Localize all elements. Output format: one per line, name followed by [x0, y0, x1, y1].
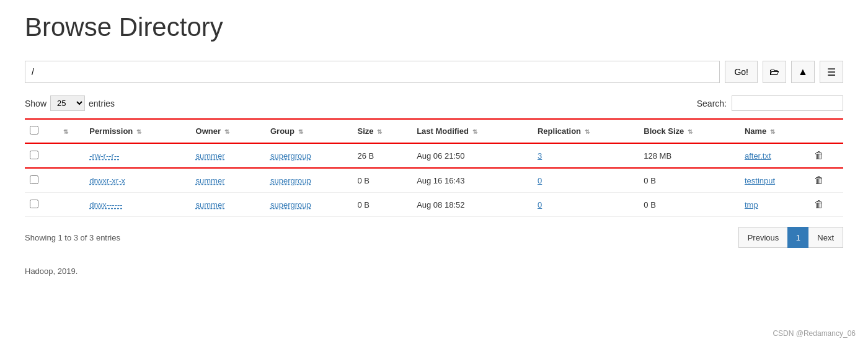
controls-row: Show 10 25 50 100 entries Search:	[25, 95, 843, 111]
folder-icon: 🗁	[769, 66, 779, 77]
upload-button[interactable]: ▲	[791, 61, 815, 83]
delete-button[interactable]: 🗑	[814, 175, 824, 185]
show-entries: Show 10 25 50 100 entries	[25, 95, 115, 111]
permission-link[interactable]: drwx------	[89, 200, 122, 209]
row-checkbox[interactable]	[30, 200, 38, 208]
owner-link[interactable]: summer	[196, 176, 225, 185]
col-block-size[interactable]: Block Size ⇅	[639, 119, 740, 143]
entries-select[interactable]: 10 25 50 100	[50, 95, 85, 111]
entries-label: entries	[89, 99, 115, 108]
pagination: Previous 1 Next	[738, 227, 843, 248]
size-cell: 0 B	[353, 193, 412, 217]
footer-credit: Hadoop, 2019.	[25, 267, 843, 276]
owner-link[interactable]: summer	[196, 151, 225, 161]
col-last-modified[interactable]: Last Modified ⇅	[412, 119, 533, 143]
col-checkbox	[25, 119, 57, 143]
table-header-row: ⇅ Permission ⇅ Owner ⇅ Group ⇅ Size ⇅ La…	[25, 119, 843, 143]
permission-link[interactable]: -rw-r--r--	[89, 151, 119, 161]
block-size-cell: 128 MB	[639, 143, 740, 168]
col-owner[interactable]: Owner ⇅	[191, 119, 265, 143]
toolbar: Go! 🗁 ▲ ☰	[25, 61, 843, 83]
current-page[interactable]: 1	[787, 227, 808, 248]
last-modified-cell: Aug 16 16:43	[412, 168, 533, 193]
search-row: Search:	[697, 95, 843, 111]
col-name[interactable]: Name ⇅	[740, 119, 809, 143]
directory-table: ⇅ Permission ⇅ Owner ⇅ Group ⇅ Size ⇅ La…	[25, 118, 843, 217]
next-button[interactable]: Next	[808, 227, 843, 248]
group-link[interactable]: supergroup	[270, 176, 311, 185]
list-icon: ☰	[827, 66, 836, 78]
col-replication[interactable]: Replication ⇅	[533, 119, 639, 143]
group-link[interactable]: supergroup	[270, 200, 311, 209]
col-group[interactable]: Group ⇅	[265, 119, 353, 143]
search-input[interactable]	[732, 95, 843, 111]
owner-link[interactable]: summer	[196, 200, 225, 209]
row-checkbox[interactable]	[30, 151, 38, 159]
block-size-cell: 0 B	[639, 193, 740, 217]
table-row: drwx------summersupergroup0 BAug 08 18:5…	[25, 193, 843, 217]
delete-button[interactable]: 🗑	[814, 150, 824, 161]
table-row: drwxr-xr-xsummersupergroup0 BAug 16 16:4…	[25, 168, 843, 193]
last-modified-cell: Aug 08 18:52	[412, 193, 533, 217]
size-cell: 26 B	[353, 143, 412, 168]
replication-link[interactable]: 0	[538, 200, 542, 209]
folder-button[interactable]: 🗁	[763, 61, 786, 83]
col-sort: ⇅	[57, 119, 85, 143]
list-button[interactable]: ☰	[820, 61, 843, 83]
replication-link[interactable]: 0	[538, 176, 542, 185]
size-cell: 0 B	[353, 168, 412, 193]
name-link[interactable]: testinput	[745, 176, 775, 185]
table-row: -rw-r--r--summersupergroup26 BAug 06 21:…	[25, 143, 843, 168]
permission-link[interactable]: drwxr-xr-x	[89, 176, 125, 185]
col-actions	[809, 119, 843, 143]
search-label: Search:	[697, 99, 727, 108]
upload-icon: ▲	[798, 66, 808, 77]
select-all-checkbox[interactable]	[30, 126, 38, 135]
group-link[interactable]: supergroup	[270, 151, 311, 161]
row-checkbox[interactable]	[30, 175, 38, 184]
page-title: Browse Directory	[25, 12, 843, 42]
block-size-cell: 0 B	[639, 168, 740, 193]
previous-button[interactable]: Previous	[738, 227, 788, 248]
col-size[interactable]: Size ⇅	[353, 119, 412, 143]
delete-button[interactable]: 🗑	[814, 199, 824, 209]
showing-text: Showing 1 to 3 of 3 entries	[25, 233, 120, 242]
replication-link[interactable]: 3	[538, 151, 542, 161]
name-link[interactable]: after.txt	[745, 151, 771, 161]
last-modified-cell: Aug 06 21:50	[412, 143, 533, 168]
path-input[interactable]	[25, 61, 720, 83]
show-label: Show	[25, 99, 46, 108]
footer-row: Showing 1 to 3 of 3 entries Previous 1 N…	[25, 227, 843, 248]
col-permission[interactable]: Permission ⇅	[84, 119, 190, 143]
name-link[interactable]: tmp	[745, 200, 758, 209]
go-button[interactable]: Go!	[725, 61, 758, 83]
